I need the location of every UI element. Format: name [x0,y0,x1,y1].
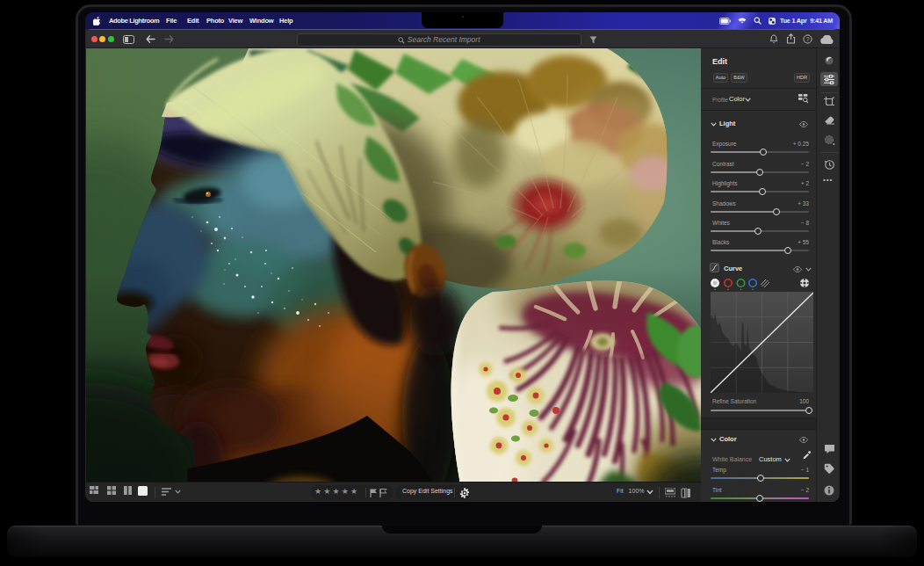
svg-text:?: ? [806,36,810,42]
